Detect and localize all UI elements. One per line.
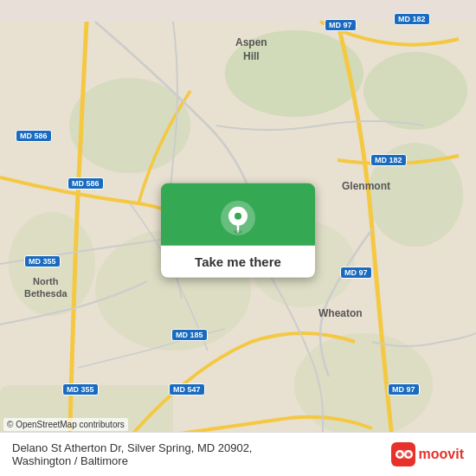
svg-rect-19 [398,450,410,459]
place-label-north-bethesda: NorthBethesda [24,275,68,300]
bottom-bar: Delano St Atherton Dr, Silver Spring, MD… [0,432,476,476]
road-shield-md182-top: MD 182 [394,13,430,25]
moovit-icon [391,442,415,466]
map-container: AspenHill Glenmont NorthBethesda Wheaton… [0,0,476,476]
place-label-wheaton: Wheaton [318,307,363,319]
place-label-aspen-hill: AspenHill [235,36,267,63]
road-shield-md97-top: MD 97 [325,19,357,31]
location-name-line1: Delano St Atherton Dr, Silver Spring, MD… [12,441,252,454]
road-shield-md355-left: MD 355 [24,255,61,267]
road-shield-md586-left: MD 586 [16,130,52,142]
moovit-logo: moovit [391,442,464,466]
popup-icon-area [161,183,315,246]
road-shield-md185: MD 185 [171,329,208,341]
osm-attribution: © OpenStreetMap contributors [3,418,128,431]
road-shield-md586-center: MD 586 [68,177,104,190]
road-shield-md355-bottom: MD 355 [62,383,99,396]
road-shield-md97-right: MD 97 [340,267,372,279]
location-pin-icon [219,199,257,237]
svg-point-2 [363,52,467,130]
place-label-glenmont: Glenmont [342,180,390,192]
take-me-there-button[interactable]: Take me there [161,246,315,278]
svg-point-12 [235,213,241,220]
road-shield-md97-bottom: MD 97 [388,383,420,396]
road-shield-md182-mid: MD 182 [370,154,407,166]
location-popup: Take me there [161,183,315,278]
moovit-label: moovit [419,447,464,462]
location-info: Delano St Atherton Dr, Silver Spring, MD… [12,441,252,467]
location-name-line2: Washington / Baltimore [12,454,252,467]
svg-point-13 [234,230,242,234]
road-shield-md547: MD 547 [169,383,205,396]
